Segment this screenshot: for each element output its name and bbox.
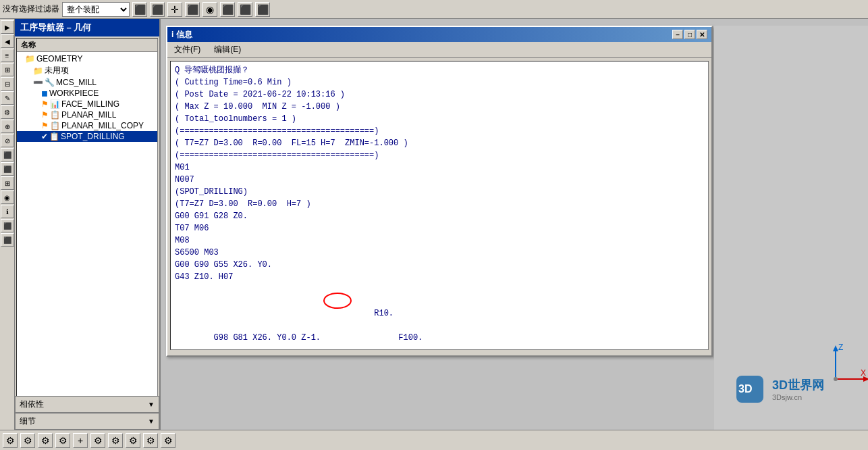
r10-text: R10.	[374, 309, 394, 318]
menu-edit[interactable]: 编辑(E)	[211, 43, 244, 56]
svg-point-0	[324, 293, 351, 308]
logo-3d-icon: 3D	[733, 372, 767, 406]
tree-item-workpiece[interactable]: ◼ WORKPIECE	[17, 88, 157, 99]
left-icon-10[interactable]: ⬛	[1, 148, 14, 161]
left-icon-7[interactable]: ⚙	[1, 105, 14, 119]
info-titlebar: i 信息 – □ ✕	[167, 27, 711, 42]
code-line-18: G98 G81 X26. Y0.0 Z-1. R10. F100.	[175, 283, 704, 350]
tree-item-unused[interactable]: 📁 未用项	[17, 64, 157, 77]
tree-item-face-milling[interactable]: ⚑ 📊 FACE_MILLING	[17, 99, 157, 109]
info-window: i 信息 – □ ✕ 文件(F) 编辑(E) Q 导驾嗫桃团报攧？ ( Cutt…	[166, 26, 713, 357]
left-icon-6[interactable]: ✎	[1, 91, 14, 105]
collapse-detail[interactable]: 细节 ▼	[15, 413, 159, 430]
left-icon-3[interactable]: ≡	[1, 49, 14, 62]
tree-item-planar-mill[interactable]: ⚑ 📋 PLANAR_MILL	[17, 109, 157, 120]
tree-icon-face: ⚑	[41, 99, 49, 109]
left-icon-1[interactable]: ▶	[1, 20, 14, 34]
code-line-4: ( Total_toolnumbers = 1 )	[175, 113, 704, 125]
code-line-9: N007	[175, 174, 704, 186]
code-line-6: ( T7=Z7 D=3.00 R=0.00 FL=15 H=7 ZMIN=-1.…	[175, 137, 704, 149]
left-icon-16[interactable]: ⬛	[1, 233, 14, 247]
tree-label-spot-drilling: SPOT_DRILLING	[61, 132, 125, 141]
code-line-12: G00 G91 G28 Z0.	[175, 210, 704, 222]
tree-icon-unused: 📁	[33, 66, 43, 76]
left-icon-9[interactable]: ⊘	[1, 134, 14, 147]
toolbar-icon-2[interactable]: ⬛	[150, 2, 165, 17]
tree-icon-face2: 📊	[50, 99, 60, 109]
svg-text:3D: 3D	[738, 383, 752, 395]
left-icon-bar: ▶ ◀ ≡ ⊞ ⊟ ✎ ⚙ ⊕ ⊘ ⬛ ⬛ ⊞ ◉ ℹ ⬛ ⬛	[0, 19, 15, 430]
code-line-16: G00 G90 G55 X26. Y0.	[175, 259, 704, 271]
r10-annotated: R10.	[325, 295, 394, 344]
close-button[interactable]: ✕	[697, 30, 707, 39]
tree-label-planar-mill-copy: PLANAR_MILL_COPY	[61, 121, 144, 130]
r10-circle	[323, 293, 352, 309]
tree-item-planar-mill-copy[interactable]: ⚑ 📋 PLANAR_MILL_COPY	[17, 120, 157, 131]
tree-item-mcs[interactable]: ➖ 🔧 MCS_MILL	[17, 77, 157, 88]
left-icon-8[interactable]: ⊕	[1, 120, 14, 133]
toolbar-icon-4[interactable]: ⬛	[185, 2, 200, 17]
toolbar-icon-5[interactable]: ◉	[202, 2, 217, 17]
tree-icon-planar-copy2: 📋	[50, 121, 60, 130]
bottom-icon-1[interactable]: ⚙	[3, 433, 18, 448]
code-line-3: ( Max Z = 10.000 MIN Z = -1.000 )	[175, 101, 704, 113]
bottom-icon-2[interactable]: ⚙	[20, 433, 35, 448]
code-line-14: M08	[175, 234, 704, 247]
menu-file[interactable]: 文件(F)	[171, 43, 203, 56]
logo-area: 3D 3D世界网 3Dsjw.cn	[733, 372, 855, 406]
toolbar-icon-6[interactable]: ⬛	[220, 2, 235, 17]
left-icon-4[interactable]: ⊞	[1, 63, 14, 76]
left-icon-11[interactable]: ⬛	[1, 162, 14, 176]
left-icon-15[interactable]: ⬛	[1, 219, 14, 232]
left-icon-13[interactable]: ◉	[1, 191, 14, 204]
left-icon-2[interactable]: ◀	[1, 34, 14, 48]
tree-icon-mcs: 🔧	[45, 78, 55, 87]
collapse-dependency[interactable]: 相依性 ▼	[15, 396, 159, 413]
titlebar-controls: – □ ✕	[672, 30, 707, 39]
panel-title: 工序导航器 – 几何	[20, 22, 91, 34]
code-line-8: M01	[175, 161, 704, 174]
tree-icon-check: ✔	[41, 132, 48, 141]
toolbar-icon-3[interactable]: ✛	[167, 2, 182, 17]
tree-label-unused: 未用项	[45, 65, 69, 76]
x-label: X	[861, 368, 866, 378]
tree-item-spot-drilling[interactable]: ✔ 📋 SPOT_DRILLING	[17, 131, 157, 142]
bottom-icon-10[interactable]: ⚙	[161, 433, 175, 448]
z-label: Z	[838, 343, 843, 352]
svg-marker-2	[833, 345, 838, 351]
bottom-icon-4[interactable]: ⚙	[55, 433, 70, 448]
left-icon-12[interactable]: ⊞	[1, 176, 14, 190]
toolbar-icon-1[interactable]: ⬛	[132, 2, 147, 17]
collapse-dependency-label: 相依性	[20, 399, 44, 410]
tree-item-geometry[interactable]: 📁 GEOMETRY	[17, 53, 157, 64]
bottom-icon-5[interactable]: +	[73, 433, 88, 448]
left-icon-5[interactable]: ⊟	[1, 77, 14, 91]
toolbar-icon-8[interactable]: ⬛	[255, 2, 270, 17]
code-after-r10: F100.	[394, 333, 423, 343]
restore-button[interactable]: □	[684, 30, 695, 39]
logo-main-text: 3D世界网	[772, 377, 824, 393]
tree-column-header: 名称	[17, 39, 157, 52]
collapse-detail-label: 细节	[20, 416, 36, 427]
tree-icon-planar2: 📋	[50, 110, 60, 120]
bottom-icon-6[interactable]: ⚙	[90, 433, 105, 448]
code-line-13: T07 M06	[175, 222, 704, 234]
top-toolbar: 没有选择过滤器 整个装配 ⬛ ⬛ ✛ ⬛ ◉ ⬛ ⬛ ⬛	[0, 0, 868, 19]
tree-area: 名称 📁 GEOMETRY 📁 未用项 ➖ 🔧 MCS_MILL ◼ WORK	[16, 38, 158, 416]
left-icon-14[interactable]: ℹ	[1, 205, 14, 218]
code-before-r10: G98 G81 X26. Y0.0 Z-1.	[214, 333, 326, 343]
bottom-icon-3[interactable]: ⚙	[38, 433, 53, 448]
collapse-detail-arrow: ▼	[148, 418, 155, 425]
minimize-button[interactable]: –	[672, 30, 683, 39]
bottom-icon-9[interactable]: ⚙	[143, 433, 158, 448]
code-line-10: (SPOT_DRILLING)	[175, 186, 704, 198]
toolbar-icon-7[interactable]: ⬛	[238, 2, 252, 17]
bottom-icon-7[interactable]: ⚙	[108, 433, 123, 448]
info-content[interactable]: Q 导驾嗫桃团报攧？ ( Cutting Time=0.6 Min ) ( Po…	[170, 61, 709, 350]
info-title: i 信息	[171, 29, 192, 41]
tree-icon-spot: 📋	[49, 132, 59, 141]
code-line-1: ( Cutting Time=0.6 Min )	[175, 76, 704, 89]
assembly-select[interactable]: 整个装配	[62, 2, 130, 17]
bottom-icon-8[interactable]: ⚙	[126, 433, 140, 448]
code-line-5: (=======================================…	[175, 125, 704, 137]
